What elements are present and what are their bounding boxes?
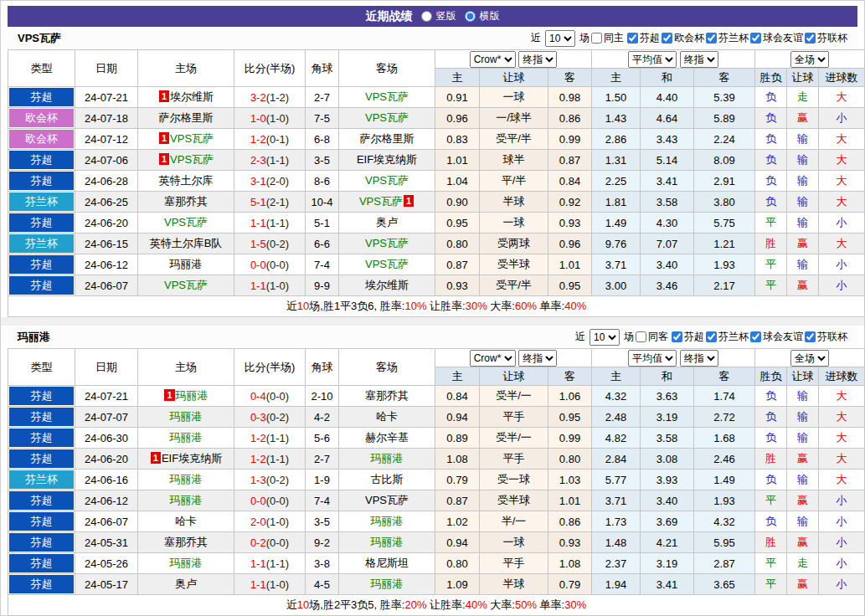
team-link[interactable]: EIF埃克纳斯 [357, 153, 417, 166]
same-home-checkbox[interactable]: 同主 [591, 31, 624, 45]
summary-stat-label: 大率: [487, 598, 515, 611]
match-score: 1-3(0-2) [234, 470, 306, 490]
team-link[interactable]: VPS瓦萨 [170, 153, 214, 166]
team-link[interactable]: VPS瓦萨 [365, 494, 409, 506]
team-link[interactable]: 玛丽港 [371, 578, 404, 590]
corner-score: 1-9 [306, 470, 339, 490]
result-outcome: 平 [755, 574, 787, 595]
team-link[interactable]: 赫尔辛基 [365, 431, 409, 444]
team-link[interactable]: VPS瓦萨 [359, 195, 403, 208]
team-link[interactable]: VPS瓦萨 [164, 216, 208, 228]
team-link[interactable]: 奥卢 [376, 216, 398, 228]
league-checkbox-芬联杯[interactable]: 芬联杯 [805, 330, 847, 344]
team-link[interactable]: 玛丽港 [176, 389, 209, 402]
league-checkbox-input[interactable] [805, 33, 816, 44]
league-checkbox-球会友谊[interactable]: 球会友谊 [750, 330, 803, 344]
avg-draw: 4.64 [641, 108, 694, 129]
team-link[interactable]: 塞那乔其 [164, 195, 208, 208]
team-link[interactable]: 玛丽港 [170, 494, 203, 506]
league-checkbox-input[interactable] [750, 331, 761, 342]
league-checkbox-input[interactable] [672, 331, 682, 342]
result-outcome: 胜 [755, 449, 787, 470]
same-away-checkbox-input[interactable] [636, 331, 646, 342]
odds-handicap: 受半球 [480, 490, 548, 511]
layout-radio-horizontal[interactable]: 横版 [465, 9, 500, 23]
team-link[interactable]: 玛丽港 [371, 452, 404, 465]
match-date: 24-06-15 [75, 234, 138, 254]
team-link[interactable]: 埃尔维斯 [170, 90, 214, 103]
team-link[interactable]: 萨尔格里斯 [159, 111, 214, 124]
league-checkbox-input[interactable] [706, 33, 717, 44]
team-link[interactable]: VPS瓦萨 [170, 132, 214, 145]
team-link[interactable]: 哈卡 [376, 410, 398, 423]
team-link[interactable]: VPS瓦萨 [365, 174, 409, 187]
corner-score: 5-1 [306, 213, 339, 234]
col-odds-away: 客 [548, 69, 592, 87]
team-link[interactable]: 古比斯 [371, 473, 404, 485]
league-checkbox-欧会杯[interactable]: 欧会杯 [662, 31, 704, 45]
team-link[interactable]: 玛丽港 [371, 536, 404, 548]
layout-radio-vertical-input[interactable] [421, 11, 432, 22]
league-checkbox-input[interactable] [706, 331, 717, 342]
fulltime-select[interactable]: 全场 [790, 51, 829, 68]
result-outcome: 平 [755, 254, 787, 275]
team-link[interactable]: 玛丽港 [170, 557, 203, 569]
team-link[interactable]: 萨尔格里斯 [360, 132, 414, 145]
result-outcome: 负 [755, 150, 787, 171]
odds-source-select[interactable]: Crow* [470, 51, 516, 68]
same-home-checkbox-input[interactable] [591, 33, 602, 44]
col-away: 客场 [339, 50, 435, 87]
odds-source-select[interactable]: Crow* [470, 350, 516, 367]
summary-stat-value: 10 [297, 300, 309, 312]
away-team: VPS瓦萨 [339, 490, 435, 511]
fulltime-select[interactable]: 全场 [790, 350, 829, 367]
team-link[interactable]: 玛丽港 [170, 258, 203, 270]
league-checkbox-input[interactable] [627, 33, 638, 44]
final-odds-select[interactable]: 终指 [518, 51, 557, 68]
team-link[interactable]: VPS瓦萨 [365, 90, 409, 103]
team-link[interactable]: 玛丽港 [170, 431, 203, 444]
final-odds-select[interactable]: 终指 [518, 350, 557, 367]
team-link[interactable]: VPS瓦萨 [365, 258, 409, 270]
league-checkbox-input[interactable] [662, 33, 672, 44]
fulltime-score: 0-3 [250, 411, 266, 424]
layout-radio-vertical[interactable]: 竖版 [421, 9, 456, 23]
league-checkbox-input[interactable] [750, 33, 761, 44]
team-link[interactable]: 塞那乔其 [164, 536, 208, 548]
team-link[interactable]: 玛丽港 [170, 473, 203, 485]
match-score: 2-0(1-0) [234, 511, 306, 532]
match-count-select[interactable]: 10 [545, 30, 575, 47]
team-link[interactable]: 塞那乔其 [365, 389, 409, 402]
red-card-badge: 1 [164, 389, 174, 401]
layout-radio-horizontal-input[interactable] [465, 11, 476, 22]
same-away-checkbox[interactable]: 同客 [636, 330, 668, 344]
final-odds-select-2[interactable]: 终指 [680, 51, 718, 68]
team-link[interactable]: 玛丽港 [371, 515, 404, 527]
odds-away: 0.80 [548, 449, 592, 470]
final-odds-select-2[interactable]: 终指 [680, 350, 718, 367]
page-title: 近期战绩 [366, 9, 413, 24]
team-link[interactable]: 奥卢 [175, 578, 197, 590]
league-checkbox-芬兰杯[interactable]: 芬兰杯 [706, 31, 749, 45]
team-link[interactable]: VPS瓦萨 [164, 279, 208, 291]
league-checkbox-芬兰杯[interactable]: 芬兰杯 [706, 330, 749, 344]
team-link[interactable]: 格尼斯坦 [365, 557, 409, 569]
league-checkbox-球会友谊[interactable]: 球会友谊 [750, 31, 803, 45]
team-link[interactable]: 埃尔维斯 [365, 279, 409, 291]
odds-home: 0.91 [435, 87, 480, 108]
league-checkbox-芬超[interactable]: 芬超 [672, 330, 704, 344]
average-select[interactable]: 平均值 [628, 350, 677, 367]
team-link[interactable]: 玛丽港 [170, 410, 203, 423]
league-checkbox-芬超[interactable]: 芬超 [627, 31, 660, 45]
avg-draw: 3.58 [641, 428, 694, 449]
team-link[interactable]: EIF埃克纳斯 [162, 452, 222, 465]
match-count-select[interactable]: 10 [590, 329, 620, 346]
team-link[interactable]: VPS瓦萨 [365, 111, 409, 124]
league-checkbox-input[interactable] [805, 331, 816, 342]
league-checkbox-芬联杯[interactable]: 芬联杯 [805, 31, 847, 45]
team-link[interactable]: 英特土尔库 [159, 174, 214, 187]
team-link[interactable]: 英特土尔库B队 [150, 237, 223, 249]
team-link[interactable]: 哈卡 [175, 515, 197, 527]
team-link[interactable]: VPS瓦萨 [365, 237, 409, 249]
average-select[interactable]: 平均值 [628, 51, 677, 68]
